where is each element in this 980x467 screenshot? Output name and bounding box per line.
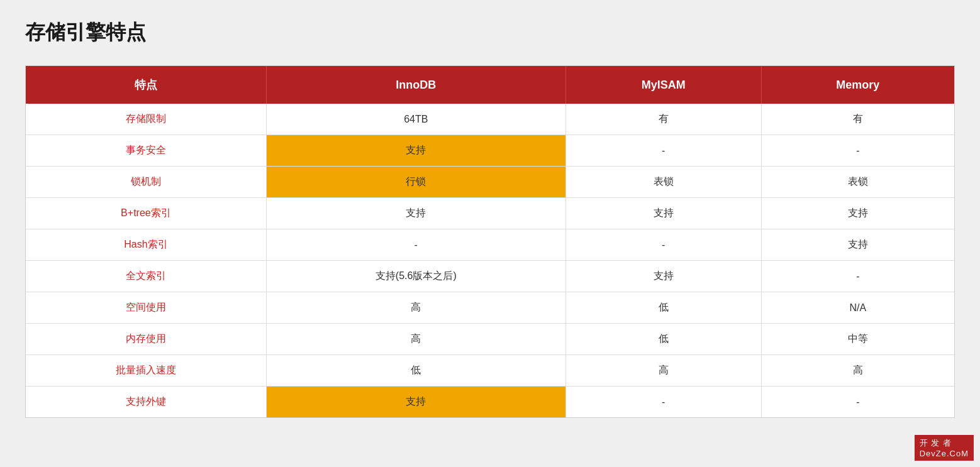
- cell-myisam: 高: [565, 355, 761, 387]
- table-row: 锁机制行锁表锁表锁: [26, 167, 954, 198]
- cell-innodb: 低: [266, 355, 565, 387]
- cell-innodb: 高: [266, 292, 565, 324]
- cell-feature: 内存使用: [26, 324, 266, 355]
- table-row: 事务安全支持--: [26, 135, 954, 167]
- col-header-myisam: MyISAM: [565, 66, 761, 104]
- cell-innodb: 支持(5.6版本之后): [266, 261, 565, 292]
- cell-memory: -: [761, 261, 954, 292]
- cell-memory: -: [761, 387, 954, 418]
- cell-innodb: 支持: [266, 135, 565, 167]
- cell-myisam: -: [565, 135, 761, 167]
- cell-myisam: -: [565, 387, 761, 418]
- cell-myisam: -: [565, 229, 761, 261]
- cell-memory: 支持: [761, 198, 954, 229]
- cell-innodb: -: [266, 229, 565, 261]
- cell-myisam: 表锁: [565, 167, 761, 198]
- cell-innodb: 行锁: [266, 167, 565, 198]
- table-row: 支持外键支持--: [26, 387, 954, 418]
- cell-feature: 支持外键: [26, 387, 266, 418]
- cell-feature: 全文索引: [26, 261, 266, 292]
- cell-feature: 锁机制: [26, 167, 266, 198]
- cell-innodb: 支持: [266, 198, 565, 229]
- cell-feature: B+tree索引: [26, 198, 266, 229]
- cell-myisam: 支持: [565, 261, 761, 292]
- cell-innodb: 64TB: [266, 104, 565, 135]
- page-title: 存储引擎特点: [25, 19, 955, 47]
- cell-memory: -: [761, 135, 954, 167]
- col-header-feature: 特点: [26, 66, 266, 104]
- table-row: 批量插入速度低高高: [26, 355, 954, 387]
- table-row: 空间使用高低N/A: [26, 292, 954, 324]
- cell-feature: 批量插入速度: [26, 355, 266, 387]
- table-row: 内存使用高低中等: [26, 324, 954, 355]
- cell-myisam: 低: [565, 324, 761, 355]
- cell-memory: 高: [761, 355, 954, 387]
- col-header-memory: Memory: [761, 66, 954, 104]
- cell-memory: 支持: [761, 229, 954, 261]
- cell-feature: 事务安全: [26, 135, 266, 167]
- comparison-table: 特点 InnoDB MyISAM Memory 存储限制64TB有有事务安全支持…: [25, 65, 955, 418]
- cell-myisam: 支持: [565, 198, 761, 229]
- cell-memory: 有: [761, 104, 954, 135]
- col-header-innodb: InnoDB: [266, 66, 565, 104]
- cell-memory: 中等: [761, 324, 954, 355]
- table-row: B+tree索引支持支持支持: [26, 198, 954, 229]
- cell-feature: 空间使用: [26, 292, 266, 324]
- table-header-row: 特点 InnoDB MyISAM Memory: [26, 66, 954, 104]
- cell-feature: 存储限制: [26, 104, 266, 135]
- table-row: 全文索引支持(5.6版本之后)支持-: [26, 261, 954, 292]
- watermark: 开 发 者 DevZe.CoM: [915, 435, 974, 461]
- cell-innodb: 支持: [266, 387, 565, 418]
- cell-memory: 表锁: [761, 167, 954, 198]
- table-row: 存储限制64TB有有: [26, 104, 954, 135]
- cell-memory: N/A: [761, 292, 954, 324]
- cell-innodb: 高: [266, 324, 565, 355]
- cell-feature: Hash索引: [26, 229, 266, 261]
- cell-myisam: 低: [565, 292, 761, 324]
- cell-myisam: 有: [565, 104, 761, 135]
- table-row: Hash索引--支持: [26, 229, 954, 261]
